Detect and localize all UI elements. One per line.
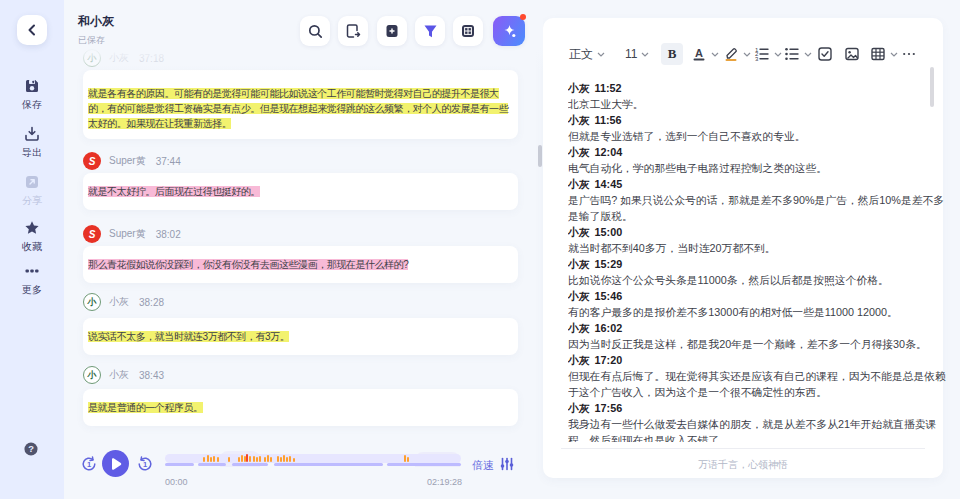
insert-table-button[interactable] xyxy=(870,43,898,65)
save-icon xyxy=(24,78,40,94)
speaker-avatar: 小 xyxy=(83,366,101,384)
ordered-list-button[interactable]: 123 xyxy=(754,43,782,65)
speaker-name: 小灰 xyxy=(109,368,129,382)
bold-button[interactable]: B xyxy=(661,43,683,65)
forward-icon: 1 xyxy=(137,456,153,472)
total-time: 02:19:28 xyxy=(361,477,462,487)
equalizer-icon xyxy=(500,457,514,471)
speaker-name: 小灰 xyxy=(109,295,129,309)
sidebar-item-more[interactable]: 更多 xyxy=(0,263,64,297)
sidebar-item-label: 保存 xyxy=(22,98,42,112)
search-button[interactable] xyxy=(300,16,330,46)
note-text: 北京工业大学。 xyxy=(568,96,946,112)
star-icon xyxy=(24,220,40,236)
transcript-message: 小小灰38:43是就是普通的一个程序员。 xyxy=(83,366,518,426)
svg-text:A: A xyxy=(695,47,703,59)
speaker-name: 小灰 xyxy=(109,51,129,65)
translate-icon xyxy=(460,23,476,39)
play-icon xyxy=(111,458,122,470)
note-speaker-line: 小灰15:29 xyxy=(568,256,946,272)
filter-icon xyxy=(423,24,438,39)
message-card[interactable]: 那么青花假如说你没踩到，你没有你没有去画这些漫画，那现在是什么样的? xyxy=(83,246,518,283)
highlighted-text: 是就是普通的一个程序员。 xyxy=(88,402,203,413)
highlighted-text: 说实话不太多，就当时就连3万都不到，有3万。 xyxy=(88,331,289,342)
waveform[interactable] xyxy=(165,451,462,465)
notification-dot xyxy=(520,14,526,20)
ai-sparkle-icon xyxy=(501,23,518,40)
help-icon: ? xyxy=(24,442,38,456)
chat-scrollbar[interactable] xyxy=(538,145,542,167)
note-button[interactable] xyxy=(377,16,407,46)
note-speaker-line: 小灰17:20 xyxy=(568,352,946,368)
note-speaker-line: 小灰15:46 xyxy=(568,288,946,304)
current-time: 00:00 xyxy=(165,477,188,487)
insert-image-button[interactable] xyxy=(844,43,860,65)
paragraph-style-select[interactable]: 正文 xyxy=(569,43,605,65)
share-icon xyxy=(24,174,40,190)
transcript-message: 小小灰38:28说实话不太多，就当时就连3万都不到，有3万。 xyxy=(83,293,518,355)
highlighted-text: 就是各有各的原因。可能有的是觉得可能可能比如说这个工作可能暂时觉得对自己的提升不… xyxy=(88,88,508,129)
ordered-list-icon: 123 xyxy=(754,46,770,62)
highlight-button[interactable] xyxy=(723,43,751,65)
transcript-message: SSuper黄38:02那么青花假如说你没踩到，你没有你没有去画这些漫画，那现在… xyxy=(83,225,518,283)
forward-button[interactable]: 1 xyxy=(137,456,153,472)
transcript-list: 小小灰37:18就是各有各的原因。可能有的是觉得可能可能比如说这个工作可能暂时觉… xyxy=(64,0,543,440)
back-button[interactable] xyxy=(17,15,47,45)
message-card[interactable]: 就是各有各的原因。可能有的是觉得可能可能比如说这个工作可能暂时觉得对自己的提升不… xyxy=(83,70,518,139)
note-text: 我身边有一些什么做爱去自媒体的朋友，就是从差不多从21年开始就直播卖课程，然后到… xyxy=(568,416,946,442)
message-timestamp: 37:44 xyxy=(156,156,181,167)
sidebar-item-export[interactable]: 导出 xyxy=(0,126,64,160)
play-button[interactable] xyxy=(102,450,129,477)
bullet-list-button[interactable] xyxy=(784,43,812,65)
svg-text:?: ? xyxy=(28,444,34,454)
export-icon xyxy=(24,126,40,142)
ellipsis-icon xyxy=(902,47,916,61)
checkbox-icon xyxy=(817,46,833,62)
chat-header: 和小灰 已保存 xyxy=(64,0,543,48)
notes-editor: 正文 11 B A 123 xyxy=(543,18,943,478)
editor-content[interactable]: 小灰11:52北京工业大学。小灰11:56但就是专业选错了，选到一个自己不喜欢的… xyxy=(568,80,946,442)
speaker-avatar: 小 xyxy=(83,293,101,311)
note-speaker-line: 小灰15:00 xyxy=(568,224,946,240)
editor-scrollbar[interactable] xyxy=(930,67,934,107)
sidebar-item-label: 更多 xyxy=(22,283,42,297)
speaker-avatar: S xyxy=(83,152,101,170)
font-color-button[interactable]: A xyxy=(691,43,719,65)
progress-segments[interactable] xyxy=(165,463,462,466)
note-speaker-line: 小灰16:02 xyxy=(568,320,946,336)
equalizer-button[interactable] xyxy=(500,457,514,471)
extract-button[interactable] xyxy=(338,16,368,46)
filter-button[interactable] xyxy=(415,16,445,46)
note-speaker-line: 小灰14:45 xyxy=(568,176,946,192)
svg-text:1: 1 xyxy=(143,460,147,469)
bullet-list-icon xyxy=(784,46,800,62)
speed-button[interactable]: 倍速 xyxy=(472,458,494,473)
ai-assistant-button[interactable] xyxy=(493,16,525,46)
speaker-name: Super黄 xyxy=(109,227,146,241)
message-timestamp: 38:43 xyxy=(139,370,164,381)
svg-text:3: 3 xyxy=(755,56,759,62)
checklist-button[interactable] xyxy=(817,43,833,65)
message-card[interactable]: 说实话不太多，就当时就连3万都不到，有3万。 xyxy=(83,318,518,355)
help-button[interactable]: ? xyxy=(24,442,39,457)
sidebar-item-share[interactable]: 分享 xyxy=(0,174,64,208)
more-tools-button[interactable] xyxy=(902,43,916,65)
note-text: 是广告吗? 如果只说公众号的话，那就是差不多90%是广告，然后10%是差不多是输… xyxy=(568,192,946,224)
note-speaker-line: 小灰17:56 xyxy=(568,400,946,416)
table-icon xyxy=(870,46,886,62)
message-card[interactable]: 就是不太好拧。后面现在过得也挺好的。 xyxy=(83,173,518,210)
message-timestamp: 38:28 xyxy=(139,297,164,308)
sidebar-item-save[interactable]: 保存 xyxy=(0,78,64,112)
doc-export-icon xyxy=(345,23,361,39)
save-status: 已保存 xyxy=(78,34,105,47)
sidebar-item-favorite[interactable]: 收藏 xyxy=(0,220,64,254)
highlighter-icon xyxy=(723,46,739,62)
message-card[interactable]: 是就是普通的一个程序员。 xyxy=(83,389,518,426)
rewind-button[interactable]: 1 xyxy=(81,456,97,472)
font-size-select[interactable]: 11 xyxy=(625,43,649,65)
translate-button[interactable] xyxy=(453,16,483,46)
sidebar-item-label: 收藏 xyxy=(22,240,42,254)
speaker-name: Super黄 xyxy=(109,154,146,168)
note-text: 有的客户最多的是报价差不多13000有的相对低一些是11000 12000。 xyxy=(568,304,946,320)
message-timestamp: 37:18 xyxy=(139,53,164,64)
